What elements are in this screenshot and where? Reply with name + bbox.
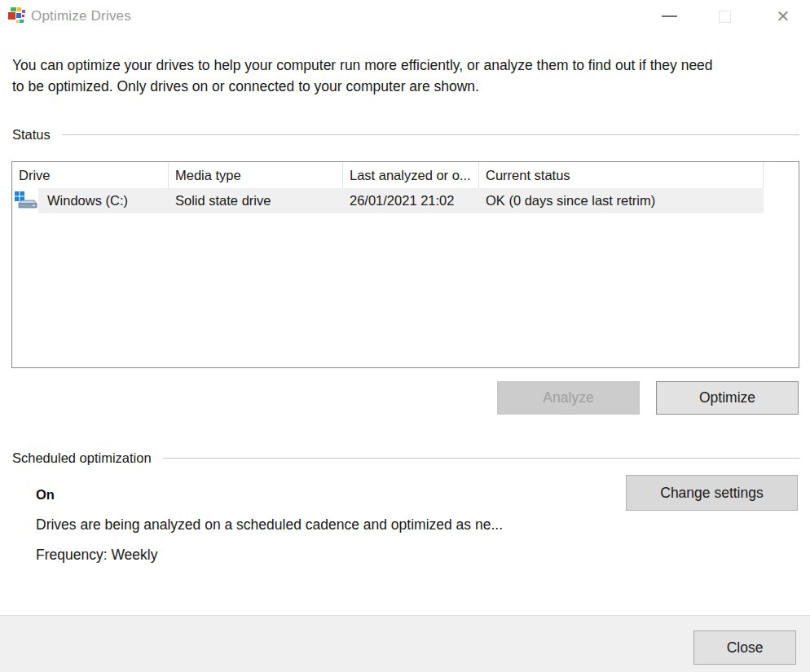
status-section-header: Status bbox=[12, 127, 799, 143]
change-settings-button[interactable]: Change settings bbox=[626, 475, 798, 511]
status-section-divider bbox=[62, 134, 799, 135]
defrag-app-icon bbox=[7, 7, 26, 25]
listview-header: Drive Media type Last analyzed or o... C… bbox=[12, 162, 799, 188]
cell-media-type: Solid state drive bbox=[169, 193, 343, 209]
scheduled-section-header: Scheduled optimization bbox=[12, 450, 799, 466]
dialog-footer bbox=[0, 615, 810, 672]
status-section-label: Status bbox=[12, 127, 51, 143]
cell-drive: Windows (C:) bbox=[12, 191, 169, 212]
close-window-button[interactable]: ✕ bbox=[769, 2, 797, 31]
close-button[interactable]: Close bbox=[693, 630, 796, 665]
intro-line-1: You can optimize your drives to help you… bbox=[12, 55, 786, 76]
schedule-description: Drives are being analyzed on a scheduled… bbox=[36, 516, 503, 534]
maximize-button[interactable] bbox=[711, 2, 738, 31]
column-header-current-status[interactable]: Current status bbox=[479, 162, 764, 188]
close-icon: ✕ bbox=[777, 8, 790, 24]
column-header-last-analyzed[interactable]: Last analyzed or o... bbox=[343, 162, 479, 188]
table-row[interactable]: Windows (C:) Solid state drive 26/01/202… bbox=[12, 188, 799, 213]
minimize-icon bbox=[662, 15, 677, 17]
optimize-button[interactable]: Optimize bbox=[656, 381, 799, 415]
window-title: Optimize Drives bbox=[31, 8, 131, 24]
scheduled-section-label: Scheduled optimization bbox=[12, 450, 152, 466]
analyze-button[interactable]: Analyze bbox=[497, 381, 640, 415]
maximize-icon bbox=[719, 11, 731, 23]
schedule-frequency: Frequency: Weekly bbox=[36, 547, 157, 564]
titlebar: Optimize Drives ✕ bbox=[0, 0, 810, 34]
cell-current-status: OK (0 days since last retrim) bbox=[479, 193, 764, 209]
intro-text: You can optimize your drives to help you… bbox=[12, 55, 786, 97]
column-header-drive[interactable]: Drive bbox=[12, 162, 169, 188]
drive-name: Windows (C:) bbox=[45, 193, 128, 209]
schedule-state: On bbox=[36, 487, 55, 503]
column-header-media-type[interactable]: Media type bbox=[169, 162, 343, 188]
drives-listview[interactable]: Drive Media type Last analyzed or o... C… bbox=[11, 161, 799, 368]
drive-icon bbox=[15, 191, 37, 212]
cell-last-analyzed: 26/01/2021 21:02 bbox=[343, 193, 479, 209]
scheduled-section-divider bbox=[163, 458, 799, 459]
intro-line-2: to be optimized. Only drives on or conne… bbox=[12, 76, 786, 97]
minimize-button[interactable] bbox=[655, 2, 683, 31]
